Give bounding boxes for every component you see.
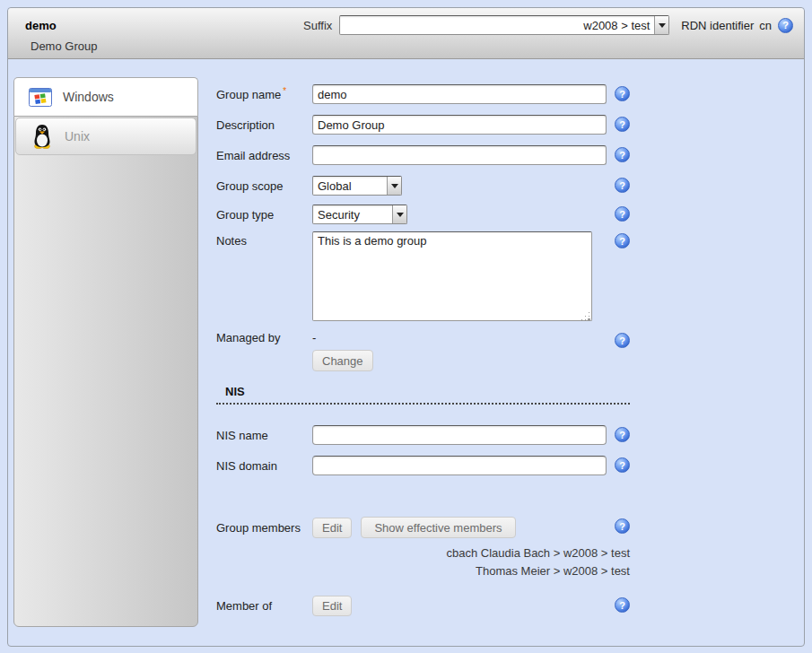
notes-label: Notes — [216, 231, 312, 248]
tab-unix[interactable]: Unix — [15, 118, 196, 155]
group-member-item: Thomas Meier > w2008 > test — [446, 562, 630, 580]
group-scope-select[interactable]: Global — [312, 176, 402, 196]
group-members-edit-button[interactable]: Edit — [312, 518, 352, 538]
dropdown-arrow-icon[interactable] — [392, 205, 406, 223]
managed-by-value: - — [312, 331, 373, 344]
group-members-list: cbach Claudia Bach > w2008 > test Thomas… — [446, 544, 630, 580]
group-type-row: Group type Security ? — [216, 205, 630, 224]
nis-section-heading: NIS — [216, 385, 630, 405]
group-name-input[interactable] — [312, 84, 607, 104]
tux-icon — [27, 124, 57, 149]
help-icon[interactable]: ? — [615, 457, 630, 473]
email-row: Email address ? — [216, 145, 630, 165]
page-title: demo — [25, 19, 57, 32]
suffix-label: Suffix — [303, 19, 332, 32]
group-scope-value: Global — [313, 177, 387, 195]
group-scope-label: Group scope — [216, 179, 312, 193]
nis-name-row: NIS name ? — [216, 425, 630, 445]
help-icon[interactable]: ? — [615, 427, 630, 442]
header: demo Suffix w2008 > test RDN identifier … — [8, 8, 804, 59]
windows-logo-icon — [25, 88, 56, 107]
help-icon[interactable]: ? — [615, 117, 630, 132]
sidebar-background: Unix — [13, 116, 198, 627]
notes-textarea[interactable]: This is a demo group — [312, 231, 592, 321]
page-subtitle: Demo Group — [8, 39, 804, 53]
tab-windows[interactable]: Windows — [13, 77, 198, 116]
help-icon[interactable]: ? — [615, 597, 630, 613]
group-type-label: Group type — [216, 208, 312, 222]
member-of-edit-button[interactable]: Edit — [312, 596, 352, 616]
group-edit-window: demo Suffix w2008 > test RDN identifier … — [7, 7, 805, 647]
nis-domain-row: NIS domain ? — [216, 456, 630, 475]
nis-domain-label: NIS domain — [216, 459, 312, 473]
windows-group-form: Group name* ? Description ? Email addres… — [216, 77, 630, 646]
nis-name-input[interactable] — [312, 425, 607, 445]
description-label: Description — [216, 118, 312, 132]
tab-unix-label: Unix — [65, 129, 90, 144]
group-member-item: cbach Claudia Bach > w2008 > test — [446, 544, 630, 562]
required-icon: * — [283, 86, 286, 96]
group-name-row: Group name* ? — [216, 84, 630, 104]
group-name-label: Group name* — [216, 86, 312, 101]
email-label: Email address — [216, 149, 312, 162]
rdn-identifier-value: cn — [759, 19, 772, 32]
help-icon[interactable]: ? — [615, 86, 630, 101]
member-of-label: Member of — [216, 599, 312, 613]
group-scope-row: Group scope Global ? — [216, 176, 630, 196]
group-type-value: Security — [313, 205, 392, 223]
help-icon[interactable]: ? — [615, 147, 630, 162]
member-of-row: Member of Edit ? — [216, 596, 630, 616]
dropdown-arrow-icon[interactable] — [387, 177, 401, 195]
nis-name-label: NIS name — [216, 429, 312, 442]
module-tabs-sidebar: Windows Unix — [13, 77, 198, 627]
notes-row: Notes This is a demo group ? — [216, 231, 630, 324]
group-members-row: Group members Edit Show effective member… — [216, 517, 630, 538]
group-members-label: Group members — [216, 521, 312, 535]
suffix-select[interactable]: w2008 > test — [339, 15, 669, 35]
show-effective-members-button[interactable]: Show effective members — [361, 517, 515, 538]
help-icon[interactable]: ? — [615, 178, 630, 193]
dropdown-arrow-icon[interactable] — [654, 16, 668, 34]
rdn-identifier-label: RDN identifier — [681, 19, 754, 32]
description-input[interactable] — [312, 115, 607, 135]
resize-grip-icon[interactable] — [589, 319, 589, 320]
email-input[interactable] — [312, 145, 607, 165]
help-icon[interactable]: ? — [778, 18, 793, 33]
description-row: Description ? — [216, 115, 630, 135]
group-type-select[interactable]: Security — [312, 205, 407, 224]
help-icon[interactable]: ? — [615, 518, 630, 534]
suffix-selected-value: w2008 > test — [340, 16, 654, 34]
help-icon[interactable]: ? — [615, 206, 630, 222]
help-icon[interactable]: ? — [615, 333, 630, 348]
change-button[interactable]: Change — [312, 350, 373, 371]
managed-by-row: Managed by - Change ? — [216, 331, 630, 371]
tab-windows-label: Windows — [63, 90, 114, 104]
nis-domain-input[interactable] — [312, 456, 607, 475]
managed-by-label: Managed by — [216, 331, 312, 344]
help-icon[interactable]: ? — [615, 233, 630, 248]
